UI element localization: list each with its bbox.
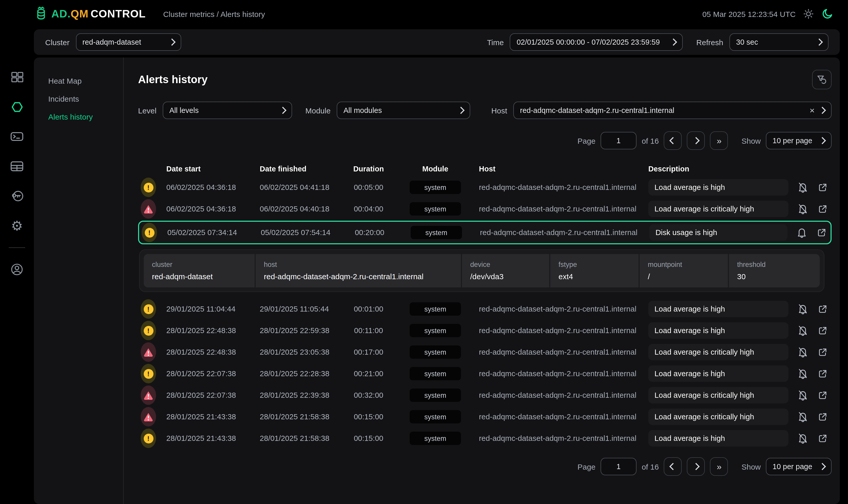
warning-icon: !	[141, 299, 156, 319]
alerts-content: Alerts history Level All levels Module	[124, 57, 840, 504]
alert-row[interactable]: ! 28/01/2025 21:43:38 28/01/2025 21:58:3…	[138, 406, 832, 428]
page-number-input[interactable]	[600, 458, 636, 475]
date-start-cell: 28/01/2025 21:43:38	[161, 434, 253, 443]
open-alert-external-link-icon[interactable]	[813, 304, 832, 314]
module-badge: system	[410, 202, 461, 216]
alert-row[interactable]: ! 28/01/2025 22:07:38 28/01/2025 22:28:3…	[138, 363, 832, 384]
alert-row[interactable]: ! 28/01/2025 22:48:38 28/01/2025 23:05:3…	[138, 341, 832, 363]
open-alert-external-link-icon[interactable]	[813, 390, 832, 400]
next-page-button[interactable]	[687, 131, 705, 150]
chevron-right-icon	[457, 107, 465, 114]
detail-cell: cluster red-adqm-dataset	[144, 254, 255, 287]
alert-row[interactable]: ! 28/01/2025 21:43:38 28/01/2025 21:58:3…	[138, 428, 832, 449]
sidebar-item-incidents[interactable]: Incidents	[34, 90, 123, 108]
alert-row[interactable]: ! 28/01/2025 22:07:38 28/01/2025 22:39:3…	[138, 384, 832, 406]
chevron-left-icon	[669, 137, 676, 144]
description-cell: Load average is critically high	[648, 344, 789, 360]
date-finished-cell: 28/01/2025 22:59:38	[253, 326, 345, 335]
app-logo[interactable]: AD.QMCONTROL	[34, 6, 146, 21]
cluster-select[interactable]: red-adqm-dataset	[76, 33, 181, 51]
open-alert-external-link-icon[interactable]	[813, 433, 832, 444]
detail-value: 30	[737, 272, 812, 281]
cluster-hexagon-icon[interactable]	[9, 98, 25, 115]
per-page-select[interactable]: 10 per page	[766, 458, 832, 475]
duration-cell: 00:32:00	[345, 391, 392, 399]
chevron-right-icon	[279, 107, 286, 114]
mute-alert-bell-icon[interactable]	[793, 346, 813, 358]
chevron-right-icon	[692, 463, 700, 470]
alert-row[interactable]: ! 06/02/2025 04:36:18 06/02/2025 04:40:1…	[138, 198, 832, 220]
level-select[interactable]: All levels	[163, 102, 292, 119]
col-description: Description	[648, 165, 793, 173]
detail-value: red-adqm-dataset	[152, 272, 247, 281]
open-alert-external-link-icon[interactable]	[813, 203, 832, 214]
logo-text: AD.QMCONTROL	[51, 8, 146, 20]
host-label: Host	[491, 106, 507, 115]
module-badge: system	[410, 302, 461, 316]
open-alert-external-link-icon[interactable]	[813, 368, 832, 379]
last-page-button[interactable]: »	[710, 457, 728, 476]
warning-icon: !	[141, 178, 156, 197]
detail-label: device	[470, 261, 541, 268]
mute-alert-bell-icon[interactable]	[793, 203, 813, 215]
reset-filters-button[interactable]	[812, 70, 832, 89]
per-page-select[interactable]: 10 per page	[766, 132, 832, 149]
main-panel: Heat Map Incidents Alerts history Alerts…	[34, 57, 840, 504]
open-alert-external-link-icon[interactable]	[813, 347, 832, 358]
alert-row[interactable]: ! 05/02/2025 07:34:14 05/02/2025 07:54:1…	[138, 221, 832, 244]
open-alert-external-link-icon[interactable]	[812, 227, 831, 238]
prev-page-button[interactable]	[664, 131, 682, 150]
alert-row[interactable]: ! 29/01/2025 11:04:44 29/01/2025 11:05:4…	[138, 298, 832, 320]
alert-row[interactable]: ! 28/01/2025 22:48:38 28/01/2025 22:59:3…	[138, 320, 832, 341]
dashboard-grid-icon[interactable]	[9, 69, 25, 85]
module-badge: system	[410, 345, 461, 359]
detail-label: host	[264, 261, 453, 268]
rail-divider	[9, 247, 25, 248]
refresh-interval-select[interactable]: 30 sec	[729, 33, 829, 51]
host-select[interactable]: red-adqmc-dataset-adqm-2.ru-central1.int…	[513, 102, 832, 119]
mute-alert-bell-icon[interactable]	[793, 390, 813, 401]
settings-gear-icon[interactable]: ⚙	[9, 218, 25, 234]
open-alert-external-link-icon[interactable]	[813, 325, 832, 336]
alert-details-grid: cluster red-adqm-dataset host red-adqmc-…	[144, 254, 820, 287]
last-page-button[interactable]: »	[710, 131, 728, 150]
tables-icon[interactable]	[9, 158, 25, 175]
refresh-label: Refresh	[696, 38, 723, 47]
time-range-select[interactable]: 02/01/2025 00:00:00 - 07/02/2025 23:59:5…	[510, 33, 683, 51]
access-key-icon[interactable]	[9, 188, 25, 204]
detail-value: ext4	[559, 272, 630, 281]
profile-icon[interactable]	[9, 261, 25, 278]
open-alert-external-link-icon[interactable]	[813, 411, 832, 422]
duration-cell: 00:05:00	[345, 183, 392, 192]
page-number-input[interactable]	[600, 132, 636, 149]
mute-alert-bell-icon[interactable]	[793, 433, 813, 444]
terminal-icon[interactable]	[9, 128, 25, 145]
warning-icon: !	[142, 223, 157, 242]
clear-host-icon[interactable]: ×	[810, 106, 815, 115]
description-cell: Load average is critically high	[648, 409, 789, 425]
mute-alert-bell-icon[interactable]	[792, 227, 812, 238]
date-finished-cell: 06/02/2025 04:40:18	[253, 205, 345, 213]
description-cell: Disk usage is high	[649, 224, 788, 241]
mute-alert-bell-icon[interactable]	[793, 303, 813, 314]
alert-row[interactable]: ! 06/02/2025 04:36:18 06/02/2025 04:41:1…	[138, 177, 832, 198]
breadcrumb[interactable]: Cluster metrics / Alerts history	[163, 10, 265, 18]
sidebar-item-alerts-history[interactable]: Alerts history	[34, 108, 123, 126]
dark-theme-moon-icon[interactable]	[821, 8, 834, 20]
col-host: Host	[479, 165, 648, 173]
mute-alert-bell-icon[interactable]	[793, 182, 813, 193]
module-select[interactable]: All modules	[337, 102, 470, 119]
mute-alert-bell-icon[interactable]	[793, 325, 813, 336]
mute-alert-bell-icon[interactable]	[793, 368, 813, 379]
show-label: Show	[741, 462, 761, 471]
open-alert-external-link-icon[interactable]	[813, 182, 832, 193]
detail-cell: fstype ext4	[550, 254, 638, 287]
light-theme-sun-icon[interactable]	[803, 8, 814, 19]
detail-label: mountpoint	[648, 261, 720, 268]
detail-cell: host red-adqmc-dataset-adqm-2.ru-central…	[256, 254, 461, 287]
prev-page-button[interactable]	[664, 457, 682, 476]
sidebar-item-heat-map[interactable]: Heat Map	[34, 72, 123, 90]
next-page-button[interactable]	[687, 457, 705, 476]
mute-alert-bell-icon[interactable]	[793, 411, 813, 422]
pagination-top: Page of 16 » Show 10 per page	[138, 131, 832, 150]
